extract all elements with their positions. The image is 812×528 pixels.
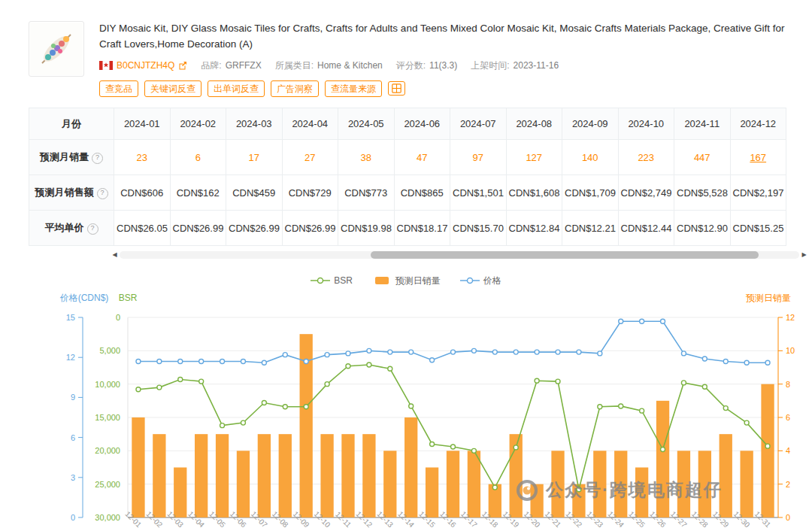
daily-sales-bar-13[interactable]: [383, 451, 396, 517]
daily-sales-bar-7[interactable]: [258, 434, 271, 517]
bsr-point-22[interactable]: [577, 487, 581, 492]
bsr-point-16[interactable]: [451, 445, 456, 449]
bsr-point-18[interactable]: [492, 485, 497, 490]
bsr-point-8[interactable]: [283, 405, 287, 409]
bsr-point-20[interactable]: [535, 378, 539, 383]
daily-sales-bar-28[interactable]: [698, 451, 711, 517]
bsr-point-19[interactable]: [514, 445, 518, 450]
bsr-point-3[interactable]: [178, 377, 183, 381]
bsr-point-13[interactable]: [388, 366, 392, 371]
help-icon[interactable]: ?: [87, 223, 98, 235]
scroll-left-icon[interactable]: ◀: [110, 251, 120, 258]
price-point-3[interactable]: [178, 360, 183, 364]
price-point-16[interactable]: [451, 350, 456, 354]
daily-sales-bar-8[interactable]: [279, 434, 292, 517]
table-horizontal-scrollbar[interactable]: ◀ ▶: [110, 250, 809, 259]
daily-sales-bar-4[interactable]: [195, 434, 208, 517]
bsr-point-25[interactable]: [640, 408, 644, 413]
daily-sales-bar-11[interactable]: [341, 434, 354, 517]
price-point-28[interactable]: [702, 357, 707, 361]
price-point-20[interactable]: [535, 350, 539, 354]
bsr-point-1[interactable]: [136, 387, 141, 392]
daily-sales-bar-23[interactable]: [593, 451, 606, 517]
scrollbar-track[interactable]: [120, 251, 799, 259]
sales-bsr-price-chart[interactable]: 03691215价格(CDN$)05,00010,00015,00020,000…: [0, 289, 812, 528]
price-point-9[interactable]: [304, 360, 308, 364]
bsr-point-7[interactable]: [262, 400, 266, 405]
daily-sales-bar-30[interactable]: [740, 451, 753, 517]
daily-sales-bar-5[interactable]: [216, 434, 229, 517]
price-point-19[interactable]: [514, 350, 518, 354]
price-point-7[interactable]: [262, 360, 266, 365]
daily-sales-bar-26[interactable]: [656, 401, 669, 517]
price-point-5[interactable]: [220, 360, 225, 364]
daily-sales-bar-3[interactable]: [174, 468, 186, 518]
daily-sales-bar-2[interactable]: [153, 434, 165, 517]
tool-button-1[interactable]: 查竞品: [99, 80, 138, 97]
daily-sales-bar-21[interactable]: [551, 451, 564, 517]
tool-button-5[interactable]: 查流量来源: [325, 80, 382, 97]
price-point-4[interactable]: [199, 360, 204, 364]
daily-sales-bar-12[interactable]: [362, 434, 375, 517]
price-point-17[interactable]: [471, 348, 476, 353]
price-point-23[interactable]: [598, 351, 602, 356]
bsr-point-27[interactable]: [681, 381, 686, 385]
tool-button-2[interactable]: 关键词反查: [144, 80, 201, 97]
bsr-point-11[interactable]: [346, 364, 350, 369]
price-point-14[interactable]: [409, 350, 414, 354]
legend-item-price[interactable]: 价格: [460, 275, 501, 287]
scrollbar-thumb[interactable]: [371, 251, 758, 259]
price-point-27[interactable]: [681, 351, 686, 356]
price-point-13[interactable]: [388, 350, 392, 354]
bsr-point-26[interactable]: [661, 448, 665, 452]
daily-sales-bar-20[interactable]: [530, 484, 543, 517]
help-icon[interactable]: ?: [92, 153, 103, 164]
daily-sales-bar-25[interactable]: [635, 468, 648, 518]
bsr-point-10[interactable]: [325, 382, 329, 387]
batch-tools-button[interactable]: [388, 81, 405, 96]
price-point-8[interactable]: [283, 353, 287, 357]
bsr-point-24[interactable]: [619, 404, 623, 408]
bsr-point-12[interactable]: [367, 363, 371, 367]
price-point-30[interactable]: [744, 360, 749, 365]
bsr-point-14[interactable]: [409, 404, 414, 408]
tool-button-3[interactable]: 出单词反查: [208, 80, 265, 97]
price-point-24[interactable]: [619, 319, 623, 323]
daily-sales-bar-24[interactable]: [614, 451, 627, 517]
price-point-11[interactable]: [346, 351, 350, 356]
bsr-point-31[interactable]: [765, 444, 770, 448]
daily-sales-bar-29[interactable]: [720, 434, 732, 517]
scroll-right-icon[interactable]: ▶: [799, 251, 809, 258]
bsr-point-17[interactable]: [471, 448, 476, 453]
legend-item-daily-sales[interactable]: 预测日销量: [372, 275, 441, 287]
price-line[interactable]: [138, 321, 768, 363]
bsr-point-5[interactable]: [220, 423, 225, 428]
price-point-18[interactable]: [492, 350, 497, 354]
price-point-2[interactable]: [157, 360, 162, 364]
bsr-point-29[interactable]: [723, 406, 728, 411]
price-point-26[interactable]: [661, 319, 665, 323]
price-point-31[interactable]: [765, 360, 770, 365]
price-point-12[interactable]: [367, 348, 371, 353]
tool-button-4[interactable]: 广告洞察: [271, 80, 319, 97]
daily-sales-bar-27[interactable]: [677, 451, 690, 517]
daily-sales-bar-6[interactable]: [237, 451, 250, 517]
bsr-point-6[interactable]: [241, 420, 245, 425]
daily-sales-bar-17[interactable]: [468, 451, 480, 517]
external-link-icon[interactable]: [178, 61, 187, 70]
daily-sales-bar-16[interactable]: [447, 451, 459, 517]
daily-sales-bar-10[interactable]: [320, 434, 333, 517]
bsr-point-9[interactable]: [304, 405, 308, 409]
bsr-point-23[interactable]: [598, 405, 602, 409]
bsr-point-15[interactable]: [430, 442, 435, 446]
asin-link[interactable]: B0CNJTZH4Q: [117, 60, 174, 71]
category-value[interactable]: Home & Kitchen: [317, 60, 383, 71]
daily-sales-bar-15[interactable]: [426, 468, 438, 518]
daily-sales-bar-14[interactable]: [404, 417, 417, 517]
price-point-10[interactable]: [325, 353, 329, 357]
help-icon[interactable]: ?: [97, 188, 108, 199]
bsr-point-21[interactable]: [556, 379, 560, 384]
price-point-22[interactable]: [577, 350, 581, 354]
bsr-point-30[interactable]: [744, 420, 749, 425]
price-point-1[interactable]: [136, 360, 141, 364]
